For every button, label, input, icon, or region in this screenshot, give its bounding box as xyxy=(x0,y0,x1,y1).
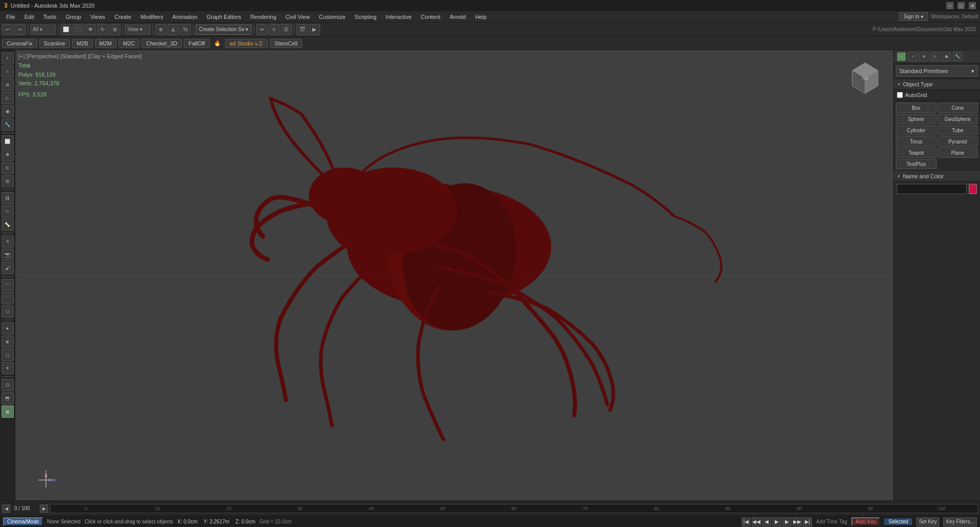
tab-stemcell[interactable]: StemCell xyxy=(270,39,302,48)
redo-button[interactable]: ↪ xyxy=(14,24,26,35)
menu-edit[interactable]: Edit xyxy=(20,13,38,21)
tab-checker[interactable]: Checker_3D xyxy=(141,39,182,48)
select-region-button[interactable]: ⬛ xyxy=(72,24,84,35)
rotate-button[interactable]: ↻ xyxy=(97,24,108,35)
panel-tab-motion[interactable]: ▷ xyxy=(930,52,940,61)
sidebar-rotate[interactable]: ↻ xyxy=(2,162,14,174)
sidebar-create[interactable]: + xyxy=(2,52,14,64)
sidebar-link[interactable]: ⛓ xyxy=(2,192,14,204)
sidebar-nurbs[interactable]: ⌒ xyxy=(2,292,14,304)
snap-toggle[interactable]: ⊕ xyxy=(155,24,166,35)
sidebar-container[interactable]: ⬒ xyxy=(2,392,14,404)
sidebar-space[interactable]: ◻ xyxy=(2,349,14,361)
menu-help[interactable]: Help xyxy=(471,13,491,21)
select-filter-dropdown[interactable]: All ▾ xyxy=(30,25,56,35)
percent-snap[interactable]: % xyxy=(180,24,191,35)
sidebar-unlink[interactable]: ✂ xyxy=(2,205,14,218)
sidebar-poly[interactable]: ⬡ xyxy=(2,305,14,318)
sidebar-active[interactable]: ◼ xyxy=(2,405,14,418)
name-color-section[interactable]: ▼ Name and Color xyxy=(894,171,980,182)
sign-in-button[interactable]: Sign In ▾ xyxy=(899,12,928,21)
view-dropdown[interactable]: View ▾ xyxy=(125,25,151,35)
sidebar-display[interactable]: ◉ xyxy=(2,105,14,117)
obj-plane[interactable]: Plane xyxy=(938,148,978,158)
create-selection-button[interactable]: Create Selection Se ▾ xyxy=(195,25,252,35)
layer-button[interactable]: ☰ xyxy=(281,24,292,35)
minimize-button[interactable]: ─ xyxy=(946,2,953,9)
obj-geosphere[interactable]: GeoSphere xyxy=(938,114,978,124)
menu-graph-editors[interactable]: Graph Editors xyxy=(203,13,246,21)
tab-m2b[interactable]: M2B xyxy=(72,39,93,48)
sidebar-light[interactable]: ☀ xyxy=(2,235,14,248)
obj-cone[interactable]: Cone xyxy=(938,103,978,113)
obj-textplus[interactable]: TextPlus xyxy=(896,159,937,169)
autogrid-checkbox[interactable] xyxy=(897,92,903,98)
sidebar-rivet[interactable]: ● xyxy=(2,322,14,334)
timeline-track[interactable]: 0 10 20 30 40 50 60 70 80 85 90 95 100 xyxy=(50,504,978,513)
select-move-button[interactable]: ✥ xyxy=(85,24,96,35)
anim-next[interactable]: ▶▶ xyxy=(793,517,802,526)
anim-next-frame[interactable]: ▶ xyxy=(782,517,792,526)
sidebar-bone[interactable]: 🦴 xyxy=(2,219,14,231)
tab-falloff[interactable]: FallOff xyxy=(184,39,209,48)
primitives-dropdown[interactable]: Standard Primitives ▾ xyxy=(896,65,978,77)
obj-box[interactable]: Box xyxy=(896,103,937,113)
scale-button[interactable]: ⊞ xyxy=(109,24,120,35)
obj-teapot[interactable]: Teapot xyxy=(896,148,937,158)
anim-prev-frame[interactable]: ◀ xyxy=(762,517,771,526)
menu-content[interactable]: Content xyxy=(416,13,445,21)
sidebar-spline[interactable]: 〰 xyxy=(2,279,14,291)
tab-scanline[interactable]: Scanline xyxy=(39,39,70,48)
menu-scripting[interactable]: Scripting xyxy=(351,13,381,21)
menu-tools[interactable]: Tools xyxy=(39,13,61,21)
tab-m2m[interactable]: M2M xyxy=(95,39,116,48)
menu-file[interactable]: File xyxy=(2,13,19,21)
sidebar-hierarchy[interactable]: ⊕ xyxy=(2,79,14,91)
anim-prev[interactable]: ◀◀ xyxy=(752,517,761,526)
object-name-input[interactable] xyxy=(897,184,967,194)
timeline-next[interactable]: ▶ xyxy=(40,505,48,513)
sidebar-xref[interactable]: ⊡ xyxy=(2,379,14,391)
obj-cylinder[interactable]: Cylinder xyxy=(896,125,937,135)
render-button[interactable]: ▶ xyxy=(309,24,320,35)
angle-snap[interactable]: ∡ xyxy=(167,24,179,35)
tab-m2c[interactable]: M2C xyxy=(118,39,139,48)
set-key-button[interactable]: Set Key xyxy=(916,517,939,526)
panel-tab-create[interactable]: + xyxy=(897,52,906,61)
menu-arnold[interactable]: Arnold xyxy=(446,13,470,21)
sidebar-particle[interactable]: ✦ xyxy=(2,362,14,374)
color-swatch[interactable] xyxy=(969,184,977,194)
align-button[interactable]: ≡ xyxy=(268,24,280,35)
sidebar-camera[interactable]: 📷 xyxy=(2,249,14,261)
obj-torus[interactable]: Torus xyxy=(896,136,937,147)
panel-tab-hierarchy[interactable]: ⊕ xyxy=(919,52,928,61)
menu-civil-view[interactable]: Civil View xyxy=(281,13,313,21)
object-type-section[interactable]: ▼ Object Type xyxy=(894,79,980,90)
sidebar-select[interactable]: ⬜ xyxy=(2,135,14,148)
tab-ad-studio[interactable]: ad Studio v.2: xyxy=(225,39,268,48)
panel-tab-display[interactable]: ◉ xyxy=(942,52,951,61)
panel-tab-utilities[interactable]: 🔧 xyxy=(953,52,962,61)
mirror-button[interactable]: ⇔ xyxy=(256,24,267,35)
anim-first[interactable]: |◀ xyxy=(742,517,751,526)
sidebar-utilities[interactable]: 🔧 xyxy=(2,118,14,131)
timeline-prev[interactable]: ◀ xyxy=(2,505,10,513)
sidebar-helper[interactable]: ◈ xyxy=(2,336,14,348)
menu-rendering[interactable]: Rendering xyxy=(247,13,281,21)
obj-tube[interactable]: Tube xyxy=(938,125,978,135)
viewport[interactable]: [+] [Perspective] [Standard] [Clay + Edg… xyxy=(15,50,893,500)
select-object-button[interactable]: ⬜ xyxy=(60,24,71,35)
menu-customize[interactable]: Customize xyxy=(315,13,350,21)
maximize-button[interactable]: □ xyxy=(958,2,965,9)
sidebar-scale[interactable]: ⊞ xyxy=(2,175,14,187)
menu-modifiers[interactable]: Modifiers xyxy=(136,13,167,21)
menu-group[interactable]: Group xyxy=(61,13,85,21)
sidebar-paint[interactable]: 🖌 xyxy=(2,262,14,274)
obj-pyramid[interactable]: Pyramid xyxy=(938,136,978,147)
sidebar-motion[interactable]: ▷ xyxy=(2,92,14,104)
undo-button[interactable]: ↩ xyxy=(2,24,13,35)
key-filters-button[interactable]: Key Filters... xyxy=(943,517,977,526)
render-setup-button[interactable]: 🎬 xyxy=(297,24,308,35)
sidebar-modify[interactable]: ⌗ xyxy=(2,65,14,78)
menu-animation[interactable]: Animation xyxy=(168,13,202,21)
